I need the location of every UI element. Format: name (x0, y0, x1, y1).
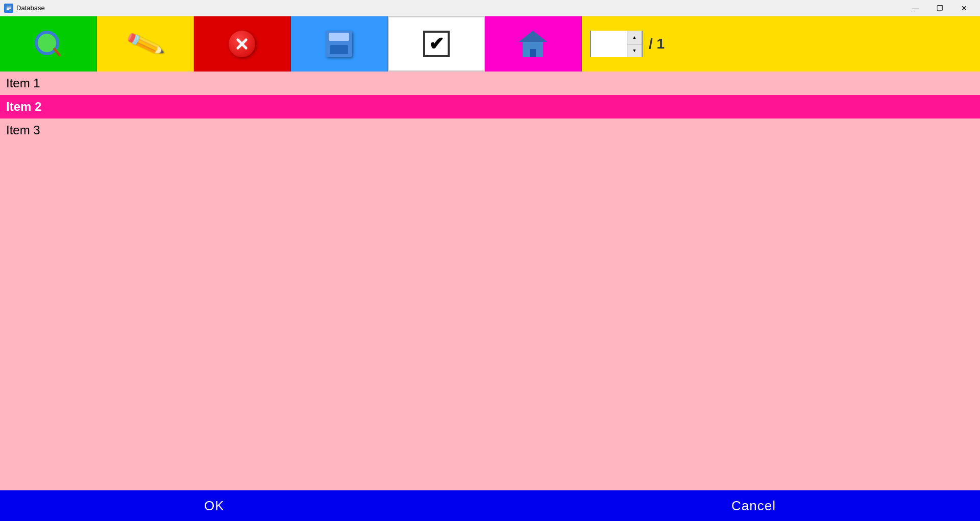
checkbox-icon (423, 31, 450, 57)
floppy-icon (326, 31, 352, 57)
page-down-button[interactable]: ▼ (627, 44, 642, 58)
x-icon (229, 31, 255, 57)
page-up-button[interactable]: ▲ (627, 31, 642, 44)
select-button[interactable] (388, 16, 485, 72)
svg-rect-2 (7, 8, 11, 9)
list-item-label: Item 3 (6, 123, 40, 137)
svg-rect-1 (7, 7, 11, 8)
pencil-icon: ✏️ (124, 23, 166, 64)
toolbar: ✏️ 1 ▲ ▼ / 1 (0, 16, 980, 72)
search-button[interactable] (0, 16, 97, 72)
ok-button[interactable]: OK (204, 498, 225, 514)
list-item[interactable]: Item 1 (0, 72, 980, 95)
list-area: Item 1 Item 2 Item 3 (0, 72, 980, 490)
list-item[interactable]: Item 2 (0, 95, 980, 119)
home-button[interactable] (485, 16, 582, 72)
bottom-bar: OK Cancel (0, 490, 980, 521)
window-title: Database (16, 4, 903, 12)
pagination: 1 ▲ ▼ / 1 (582, 16, 980, 72)
search-icon (34, 30, 62, 58)
page-spinner: ▲ ▼ (627, 31, 642, 57)
edit-button[interactable]: ✏️ (97, 16, 194, 72)
app-icon (4, 4, 13, 13)
close-button[interactable]: ✕ (952, 1, 976, 15)
window-controls: — ❐ ✕ (903, 1, 976, 15)
list-item-label: Item 1 (6, 76, 40, 90)
delete-button[interactable] (194, 16, 291, 72)
list-item[interactable]: Item 3 (0, 119, 980, 142)
svg-rect-3 (7, 9, 9, 10)
minimize-button[interactable]: — (903, 1, 927, 15)
maximize-button[interactable]: ❐ (928, 1, 951, 15)
house-icon (520, 31, 546, 57)
cancel-button[interactable]: Cancel (731, 498, 776, 514)
save-button[interactable] (291, 16, 388, 72)
list-item-label: Item 2 (6, 100, 41, 114)
total-pages: / 1 (645, 36, 665, 52)
title-bar: Database — ❐ ✕ (0, 0, 980, 16)
page-number-input[interactable]: 1 (591, 31, 627, 57)
page-input-wrapper: 1 ▲ ▼ (590, 31, 643, 57)
